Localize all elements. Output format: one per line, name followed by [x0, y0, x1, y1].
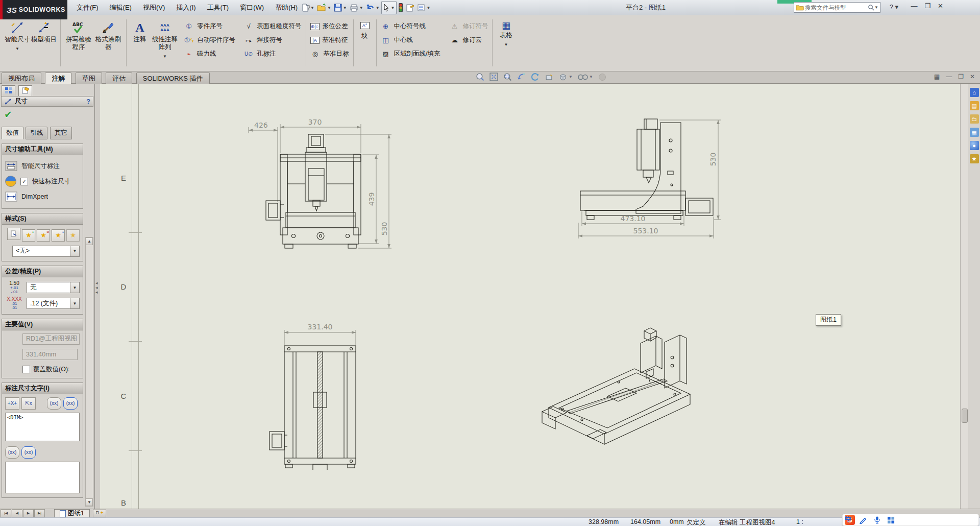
inspection-dimension-button[interactable]: (xx) [63, 397, 78, 410]
doc-menu-icon[interactable]: ▦ [934, 73, 940, 80]
balloon-button[interactable]: ①零件序号 [184, 19, 235, 33]
surface-finish-button[interactable]: √表面粗糙度符号 [243, 19, 302, 33]
spell-checker-button[interactable]: ABC 拼写检验程序 [64, 19, 93, 51]
style-header[interactable]: 样式(S) [2, 213, 83, 225]
drawing-view-front[interactable]: 426 370 439 530 [245, 115, 398, 255]
dimension-text-area-2[interactable] [5, 462, 80, 493]
dimension-assist-header[interactable]: 尺寸辅助工具(M) [2, 144, 83, 155]
add-sheet-button[interactable]: 🗋✦ [93, 509, 106, 517]
zoom-fit-icon[interactable] [489, 73, 498, 81]
previous-view-icon[interactable] [517, 73, 526, 81]
sheet-tab[interactable]: 图纸1 [54, 509, 90, 518]
restore-button[interactable]: ❐ [924, 2, 930, 10]
zoom-in-out-icon[interactable] [476, 73, 484, 81]
scrollbar-thumb[interactable] [962, 409, 968, 423]
block-button[interactable]: A° [358, 19, 372, 32]
dim-370[interactable]: 370 [308, 118, 322, 126]
panel-scroll-down-icon[interactable]: ▼ [86, 498, 93, 506]
panel-scrollbar[interactable]: ▲ ▼ [85, 237, 93, 507]
splitter-grip-icon[interactable]: ◂◂◂ [95, 281, 98, 295]
magnetic-line-button[interactable]: ⌁磁力线 [184, 47, 235, 61]
menu-view[interactable]: 视图(V) [138, 1, 170, 14]
smart-dimensioning-item[interactable]: 智能尺寸标注 [5, 158, 80, 174]
dim-xx-button-2[interactable]: (xx) [21, 446, 36, 459]
drawing-view-isometric[interactable] [531, 327, 709, 475]
add-parenthesis-button[interactable]: (xx) [47, 397, 61, 410]
auto-balloon-button[interactable]: ①ϟ自动零件序号 [184, 33, 235, 47]
panel-scroll-up-icon[interactable]: ▲ [86, 237, 93, 245]
load-style-button[interactable]: ★ [66, 229, 80, 242]
drawing-canvas[interactable]: E D C B 426 370 439 530 [100, 84, 960, 509]
menu-tools[interactable]: 工具(T) [202, 1, 234, 14]
style-select[interactable]: <无> ▼ [12, 246, 80, 257]
undo-button[interactable]: ▼ [365, 2, 381, 14]
menu-edit[interactable]: 编辑(E) [105, 1, 137, 14]
quick-dimension-checkbox[interactable]: ✓ [20, 178, 28, 185]
model-items-button[interactable]: 模型项目 [31, 19, 57, 43]
print-button[interactable]: ▼ [349, 2, 364, 14]
dimension-text-header[interactable]: 标注尺寸文字(I) [2, 383, 83, 394]
ime-mic-icon[interactable] [874, 516, 880, 524]
tab-evaluate[interactable]: 评估 [106, 73, 132, 85]
open-document-button[interactable]: ▼ [316, 2, 332, 14]
panel-help-icon[interactable]: ? [86, 98, 90, 105]
weld-symbol-button[interactable]: ⌐▸焊接符号 [243, 33, 302, 47]
centerline-button[interactable]: ◫中心线 [381, 33, 440, 47]
menu-help[interactable]: 帮助(H) [270, 1, 303, 14]
smart-dimension-button[interactable]: 智能尺寸▼ [4, 19, 31, 53]
add-style-button[interactable]: ★+ [22, 229, 35, 242]
pan-icon[interactable] [545, 73, 553, 81]
display-style-icon[interactable]: ▼ [578, 74, 593, 81]
rotate-view-icon[interactable] [531, 73, 540, 81]
rebuild-button[interactable] [397, 2, 404, 14]
file-explorer-icon[interactable]: 🗀 [970, 114, 979, 124]
tolerance-header[interactable]: 公差/精度(P) [2, 266, 83, 277]
primary-value-header[interactable]: 主要值(V) [2, 319, 83, 330]
tab-view-layout[interactable]: 视图布局 [2, 73, 41, 85]
override-value-checkbox[interactable] [22, 366, 30, 373]
view-orientation-cube-icon[interactable]: ▼ [558, 73, 573, 81]
dim-text-position-button[interactable]: +X+ [5, 397, 19, 410]
canvas-vertical-scrollbar[interactable] [960, 84, 968, 509]
panel-tab-other[interactable]: 其它 [50, 127, 72, 139]
area-hatch-button[interactable]: ▨区域剖面线/填充 [381, 47, 440, 61]
dim-text-leader-button[interactable]: ⇱x [21, 397, 36, 410]
dimxpert-item[interactable]: DimXpert [5, 189, 80, 204]
doc-minimize-icon[interactable]: — [946, 73, 952, 80]
datum-feature-button[interactable]: |A基准特征 [310, 33, 349, 47]
property-manager-tab[interactable] [18, 85, 32, 96]
dim-426[interactable]: 426 [254, 121, 268, 129]
menu-file[interactable]: 文件(F) [71, 1, 104, 14]
first-sheet-button[interactable]: |◀ [1, 509, 11, 517]
tab-sketch[interactable]: 草图 [76, 73, 102, 85]
dim-xx-button-1[interactable]: (xx) [5, 446, 19, 459]
zoom-area-icon[interactable] [503, 73, 512, 81]
quick-dimension-item[interactable]: ✓ 快速标注尺寸 [5, 174, 80, 189]
drawing-view-top[interactable]: 331.40 [265, 317, 398, 470]
center-mark-button[interactable]: ⊕中心符号线 [381, 19, 440, 33]
tab-annotation[interactable]: 注解 [45, 73, 71, 85]
note-button[interactable]: A 注释 [130, 19, 150, 43]
hole-callout-button[interactable]: U∅孔标注 [243, 47, 302, 61]
search-input[interactable] [804, 4, 868, 11]
apply-default-style-button[interactable] [7, 228, 20, 240]
tolerance-type-select[interactable]: 无▼ [27, 282, 80, 293]
menu-window[interactable]: 窗口(W) [235, 1, 269, 14]
revision-cloud-button[interactable]: ☁修订云 [449, 33, 488, 47]
resources-home-icon[interactable]: ⌂ [970, 88, 979, 97]
tolerance-select-arrow-icon[interactable]: ▼ [70, 282, 79, 293]
doc-restore-icon[interactable]: ❐ [958, 73, 964, 80]
table-button[interactable]: ▦ 表格▼ [496, 19, 516, 49]
ime-pencil-icon[interactable] [860, 516, 867, 524]
new-document-button[interactable]: ▼ [300, 2, 315, 14]
dim-439[interactable]: 439 [368, 193, 376, 206]
search-icon[interactable] [868, 4, 874, 11]
doc-close-icon[interactable]: ✕ [970, 73, 975, 80]
dim-331[interactable]: 331.40 [308, 323, 333, 331]
save-style-button[interactable]: ★▪ [52, 229, 65, 242]
custom-properties-icon[interactable]: ★ [970, 154, 979, 163]
precision-select-arrow-icon[interactable]: ▼ [70, 298, 79, 308]
style-select-arrow-icon[interactable]: ▼ [70, 246, 79, 256]
ime-punctuation-toggle[interactable]: °， [845, 515, 852, 522]
dimension-text-area[interactable]: <DIM> [5, 413, 80, 441]
